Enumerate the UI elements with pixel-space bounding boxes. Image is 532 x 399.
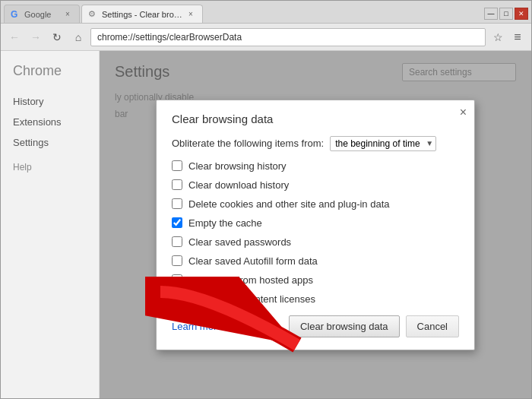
checkbox-history-input[interactable] [172,160,182,171]
checkbox-passwords-input[interactable] [172,236,182,247]
checkbox-clear-download: Clear download history [172,179,459,191]
checkbox-deauth-label: Deauthorize content licenses [188,293,315,305]
checkbox-deauth-input[interactable] [172,293,182,304]
clear-browsing-dialog: × Clear browsing data Obliterate the fol… [156,100,475,350]
checkbox-empty-cache: Empty the cache [172,217,459,229]
main-content: Chrome History Extensions Settings Help … [1,51,531,398]
checkbox-cookies-label: Delete cookies and other site and plug-i… [188,198,390,210]
modal-title: Clear browsing data [172,112,459,125]
clear-browsing-data-button[interactable]: Clear browsing data [289,315,400,337]
reload-button[interactable]: ↻ [48,28,66,46]
checkbox-hosted-label: Clear data from hosted apps [188,274,313,286]
checkbox-autofill-label: Clear saved Autofill form data [188,255,318,267]
tab-settings-title: Settings - Clear browsing ... [102,10,182,19]
window-controls: — □ ✕ [483,8,531,23]
sidebar-item-extensions[interactable]: Extensions [1,112,99,132]
checkbox-clear-autofill: Clear saved Autofill form data [172,255,459,267]
sidebar: Chrome History Extensions Settings Help [1,51,100,398]
cancel-button[interactable]: Cancel [406,315,459,337]
checkbox-download-input[interactable] [172,179,182,190]
checkbox-clear-passwords: Clear saved passwords [172,236,459,248]
checkbox-clear-history: Clear browsing history [172,160,459,172]
close-button[interactable]: ✕ [515,8,528,20]
address-text: chrome://settings/clearBrowserData [97,32,242,43]
checkbox-clear-hosted: Clear data from hosted apps [172,274,459,286]
modal-overlay: × Clear browsing data Obliterate the fol… [100,51,531,398]
sidebar-item-settings[interactable]: Settings [1,132,99,153]
minimize-button[interactable]: — [484,8,498,20]
checkbox-autofill-input[interactable] [172,255,182,266]
tab-google-title: Google [24,10,59,19]
obliterate-label: Obliterate the following items from: [172,138,324,149]
nav-right-buttons: ☆ ≡ [489,28,527,46]
bookmark-button[interactable]: ☆ [489,28,507,46]
browser-window: G Google × ⚙ Settings - Clear browsing .… [0,0,532,399]
tab-google-favicon: G [11,9,21,20]
checkbox-hosted-input[interactable] [172,274,182,285]
tab-google-close[interactable]: × [62,9,73,20]
time-select-wrapper[interactable]: the beginning of time the past hour the … [324,136,436,151]
home-button[interactable]: ⌂ [69,28,87,46]
checkbox-download-label: Clear download history [188,179,289,191]
maximize-button[interactable]: □ [499,8,513,20]
page-content: Settings Search settings ly optionally d… [100,51,531,398]
checkbox-history-label: Clear browsing history [188,160,287,172]
modal-close-button[interactable]: × [460,106,467,119]
sidebar-brand: Chrome [1,63,99,91]
title-bar: G Google × ⚙ Settings - Clear browsing .… [1,1,531,24]
sidebar-help-section: Help [1,153,99,176]
obliterate-row: Obliterate the following items from: the… [172,136,459,151]
modal-footer: Learn more Clear browsing data Cancel [172,315,459,337]
checkbox-delete-cookies: Delete cookies and other site and plug-i… [172,198,459,210]
forward-button[interactable]: → [27,28,45,46]
checkbox-cache-label: Empty the cache [188,217,262,229]
time-select[interactable]: the beginning of time the past hour the … [330,136,436,151]
sidebar-item-history[interactable]: History [1,91,99,112]
back-button[interactable]: ← [5,28,24,46]
tab-settings-favicon: ⚙ [88,9,99,20]
modal-buttons: Clear browsing data Cancel [289,315,459,337]
tab-google[interactable]: G Google × [4,5,80,23]
checkbox-cookies-input[interactable] [172,198,182,209]
more-button[interactable]: ≡ [508,28,527,46]
address-bar[interactable]: chrome://settings/clearBrowserData [90,28,486,46]
learn-more-link[interactable]: Learn more [172,321,222,332]
checkbox-passwords-label: Clear saved passwords [188,236,291,248]
checkbox-cache-input[interactable] [172,217,182,228]
nav-bar: ← → ↻ ⌂ chrome://settings/clearBrowserDa… [1,24,531,51]
tab-settings-close[interactable]: × [185,9,196,20]
tab-settings[interactable]: ⚙ Settings - Clear browsing ... × [81,5,203,23]
checkbox-deauthorize: Deauthorize content licenses [172,293,459,305]
